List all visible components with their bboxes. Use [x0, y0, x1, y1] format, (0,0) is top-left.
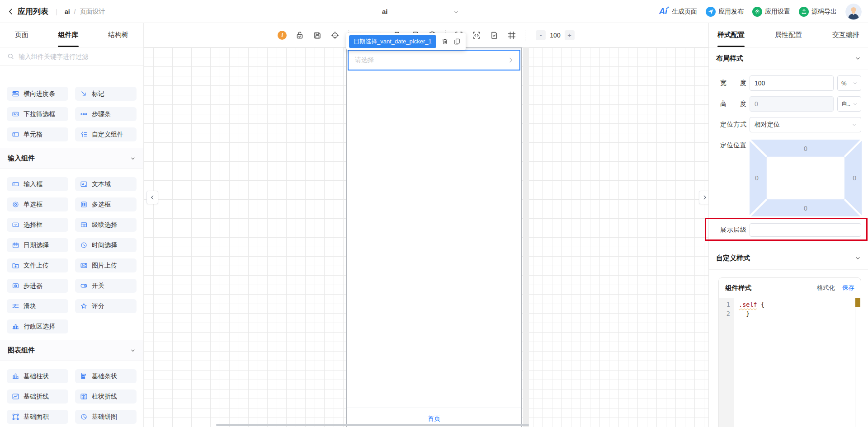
component-item[interactable]: 输入框	[7, 177, 68, 191]
component-item[interactable]: 横向进度条	[7, 87, 68, 101]
component-item[interactable]: 基础条状	[75, 369, 137, 383]
component-item-label: 日期选择	[24, 241, 49, 249]
component-item[interactable]: 单元格	[7, 127, 68, 141]
unlock-icon[interactable]	[295, 31, 304, 40]
config-panel-tabs: 样式配置属性配置交互编排	[709, 23, 868, 47]
tabbar-home-tab[interactable]: 首页	[428, 415, 440, 423]
component-item[interactable]: 图片上传	[75, 258, 137, 272]
back-title[interactable]: 应用列表	[18, 6, 48, 17]
component-item[interactable]: 基础饼图	[75, 410, 137, 424]
component-item[interactable]: 自定义组件	[75, 127, 137, 141]
box-right-value[interactable]: 0	[853, 174, 856, 182]
back-icon[interactable]	[7, 8, 14, 15]
component-item[interactable]: 标记	[75, 87, 137, 101]
component-item[interactable]: 步进器	[7, 279, 68, 293]
duplicate-component-icon[interactable]	[453, 38, 461, 45]
custom-style-section-header[interactable]: 自定义样式	[709, 247, 868, 270]
component-item[interactable]: 评分	[75, 299, 137, 313]
css-code-editor[interactable]: 12 .self { }	[719, 298, 861, 427]
app-select-chevron-icon[interactable]	[453, 9, 459, 15]
cascade-icon	[80, 221, 88, 229]
selected-date-picker-field[interactable]: 请选择	[348, 50, 520, 70]
design-canvas[interactable]: 请选择 首页	[144, 47, 708, 427]
format-button[interactable]: 格式化	[817, 284, 835, 292]
collapse-right-panel-button[interactable]	[699, 191, 708, 204]
z-index-input[interactable]	[750, 223, 861, 237]
position-mode-select[interactable]: 相对定位	[750, 117, 861, 132]
group-header-label: 图表组件	[8, 346, 35, 355]
component-item[interactable]: 级联选择	[75, 218, 137, 232]
header-action-generate-page[interactable]: Ai✦生成页面	[659, 7, 697, 16]
component-item-label: 横向进度条	[24, 90, 55, 98]
box-left-value[interactable]: 0	[755, 174, 759, 182]
save-button[interactable]: 保存	[842, 284, 854, 292]
target-icon[interactable]	[330, 31, 340, 40]
breadcrumb-app[interactable]: ai	[65, 8, 70, 15]
component-item[interactable]: 单选框	[7, 197, 68, 211]
width-input[interactable]	[750, 75, 834, 91]
box-top-value[interactable]: 0	[750, 145, 862, 152]
position-box-widget[interactable]: 0 0 0 0	[750, 140, 862, 216]
select-icon	[12, 221, 19, 229]
publish-icon	[708, 8, 714, 15]
doc-check-icon[interactable]	[490, 31, 499, 40]
component-group-header[interactable]: 输入组件	[0, 148, 143, 169]
component-item[interactable]: 多选框	[75, 197, 137, 211]
header-action-code-export[interactable]: 源码导出	[799, 7, 837, 17]
zoom-in-button[interactable]: +	[565, 30, 575, 40]
editor-scrollbar[interactable]	[855, 298, 861, 427]
chevron-down-icon	[853, 102, 858, 107]
component-item[interactable]: 步骤条	[75, 107, 137, 121]
checkbox-icon	[80, 201, 88, 208]
collapse-left-panel-button[interactable]	[146, 191, 158, 204]
header-action-app-publish[interactable]: 应用发布	[706, 7, 744, 17]
component-item-label: 标记	[92, 90, 104, 98]
app-select[interactable]: ai	[382, 0, 388, 23]
sidebar-tab-components[interactable]: 组件库	[58, 23, 79, 47]
component-item[interactable]: 文本域	[75, 177, 137, 191]
time-icon	[80, 241, 88, 249]
code-view-icon[interactable]	[472, 31, 481, 40]
component-item[interactable]: 下拉筛选框	[7, 107, 68, 121]
header-divider: |	[56, 8, 57, 15]
component-item-label: 下拉筛选框	[24, 110, 55, 118]
sidebar-tab-structure-tree[interactable]: 结构树	[108, 23, 128, 47]
input-icon	[12, 180, 19, 188]
panel-tab-props-config[interactable]: 属性配置	[775, 23, 802, 47]
height-input[interactable]	[750, 96, 834, 112]
canvas-vertical-scrollbar[interactable]	[523, 47, 529, 427]
component-group-header[interactable]: 图表组件	[0, 340, 143, 361]
component-item[interactable]: 时间选择	[75, 238, 137, 252]
sidebar-tab-pages[interactable]: 页面	[15, 23, 28, 47]
component-item[interactable]: 开关	[75, 279, 137, 293]
save-icon[interactable]	[313, 31, 322, 40]
panel-tab-interaction-config[interactable]: 交互编排	[832, 23, 859, 47]
component-item[interactable]: 日期选择	[7, 238, 68, 252]
component-item[interactable]: 基础折线	[7, 389, 68, 404]
user-avatar[interactable]	[845, 4, 862, 20]
component-item[interactable]: 基础柱状	[7, 369, 68, 383]
header-action-app-settings[interactable]: 应用设置	[752, 7, 790, 17]
component-item[interactable]: 滑块	[7, 299, 68, 313]
component-item[interactable]: 柱状折线	[75, 389, 137, 404]
width-unit-select[interactable]: %	[837, 75, 861, 91]
component-item[interactable]: 文件上传	[7, 258, 68, 272]
component-item[interactable]: 行政区选择	[7, 319, 68, 333]
height-unit-select[interactable]: 自..	[837, 96, 861, 112]
rate-icon	[80, 302, 88, 310]
delete-component-icon[interactable]	[441, 38, 448, 45]
page-designer-app: 应用列表 | ai / 页面设计 ai Ai✦生成页面应用发布应用设置源码导出 …	[0, 0, 868, 427]
canvas-horizontal-scrollbar[interactable]	[216, 424, 529, 426]
info-icon[interactable]: i	[278, 31, 287, 40]
box-bottom-value[interactable]: 0	[750, 205, 862, 212]
stepper-icon	[12, 282, 19, 290]
search-input[interactable]	[19, 53, 136, 60]
component-item[interactable]: 基础面积	[7, 410, 68, 424]
code-content[interactable]: .self { }	[734, 298, 861, 427]
chevron-down-icon	[852, 122, 857, 127]
panel-tab-style-config[interactable]: 样式配置	[717, 23, 745, 47]
zoom-out-button[interactable]: -	[536, 30, 546, 40]
frame-icon[interactable]	[507, 31, 516, 40]
component-item[interactable]: 选择框	[7, 218, 68, 232]
layout-style-section-header[interactable]: 布局样式	[709, 47, 868, 70]
